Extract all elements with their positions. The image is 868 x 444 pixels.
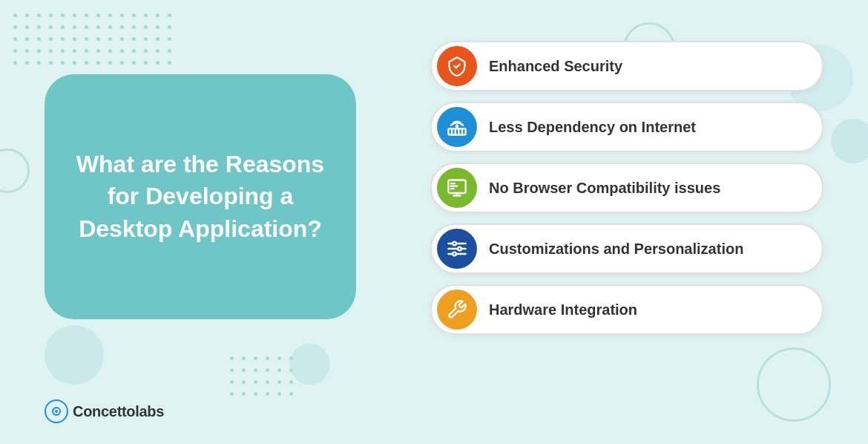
decorative-circle-bottom-left <box>45 325 104 385</box>
feature-label-customization: Customizations and Personalization <box>489 241 743 258</box>
shield-icon <box>437 46 477 86</box>
svg-point-22 <box>55 410 58 413</box>
svg-rect-0 <box>448 128 465 134</box>
feature-label-enhanced-security: Enhanced Security <box>489 58 622 75</box>
decorative-circle-mid-left <box>0 148 30 193</box>
feature-label-hardware: Hardware Integration <box>489 301 637 319</box>
feature-label-less-dependency: Less Dependency on Internet <box>489 119 696 136</box>
logo: Concettolabs <box>45 399 164 423</box>
wrench-icon <box>437 290 477 330</box>
dot-grid-top-left <box>13 13 162 80</box>
feature-pill-hardware: Hardware Integration <box>430 284 823 335</box>
decorative-circle-bottom-center <box>289 344 330 385</box>
logo-icon <box>45 399 68 423</box>
svg-point-5 <box>456 125 458 127</box>
feature-pill-enhanced-security: Enhanced Security <box>430 41 823 91</box>
dot-grid-bottom <box>230 356 297 399</box>
features-list: Enhanced Security Less Dependency on Int… <box>430 41 823 335</box>
feature-label-no-browser: No Browser Compatibility issues <box>489 180 720 197</box>
feature-pill-less-dependency: Less Dependency on Internet <box>430 102 823 152</box>
decorative-circle-right-2 <box>831 119 868 163</box>
left-card-title: What are the Reasons for Developing a De… <box>67 148 334 245</box>
decorative-circle-bottom-right <box>757 347 831 422</box>
monitor-icon <box>437 168 477 208</box>
sliders-icon <box>437 229 477 269</box>
logo-text: Concettolabs <box>73 403 164 420</box>
feature-pill-customization: Customizations and Personalization <box>430 223 823 274</box>
wifi-icon <box>437 107 477 147</box>
feature-pill-no-browser: No Browser Compatibility issues <box>430 163 823 213</box>
left-card: What are the Reasons for Developing a De… <box>45 74 356 319</box>
